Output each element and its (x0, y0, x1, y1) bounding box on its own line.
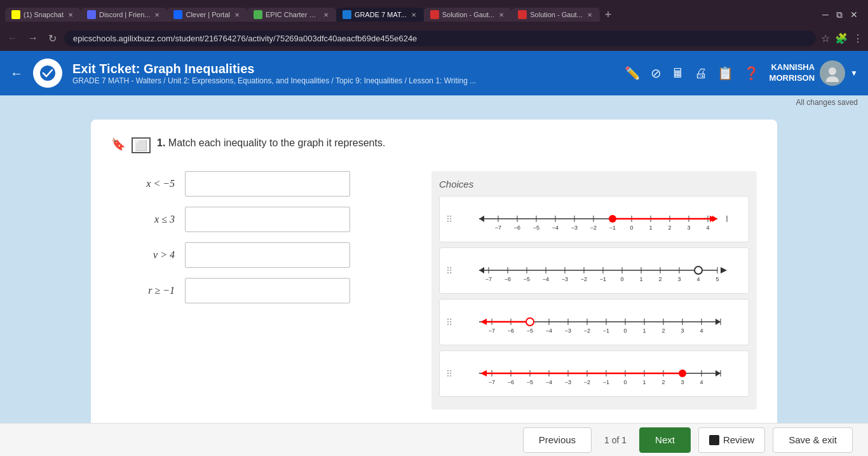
inequality-label-1: x < −5 (111, 178, 175, 190)
app-logo (33, 59, 62, 88)
svg-text:4: 4 (706, 225, 709, 231)
window-controls: ─ ⧉ ✕ (822, 10, 863, 20)
save-exit-button[interactable]: Save & exit (773, 427, 853, 453)
tab-close-clever[interactable]: ✕ (233, 11, 241, 19)
svg-marker-35 (479, 267, 484, 273)
previous-button[interactable]: Previous (523, 427, 592, 453)
svg-point-1 (829, 67, 836, 75)
svg-text:3: 3 (677, 276, 681, 282)
svg-point-32 (609, 215, 616, 223)
svg-text:−4: −4 (552, 225, 559, 231)
svg-point-93 (526, 318, 534, 326)
drag-handle-4[interactable]: ⠿ (446, 369, 452, 379)
close-window-button[interactable]: ✕ (850, 10, 858, 20)
svg-text:0: 0 (623, 379, 627, 385)
tab-grade7[interactable]: GRADE 7 MAT... ✕ (336, 8, 424, 22)
drag-handle-2[interactable]: ⠿ (446, 266, 452, 276)
tab-solution1[interactable]: Solution - Gaut... ✕ (424, 8, 512, 22)
svg-text:−2: −2 (590, 225, 597, 231)
bookmark-star-icon[interactable]: ☆ (821, 32, 830, 45)
pencil-icon[interactable]: ✏️ (625, 66, 641, 81)
tab-title-snapchat: (1) Snapchat (24, 11, 64, 18)
review-icon (709, 435, 719, 445)
choices-label: Choices (439, 179, 749, 190)
inequality-input-4[interactable] (185, 278, 350, 303)
choice-item-3[interactable]: ⠿ −7 −6 −5 (439, 299, 749, 345)
choice-item-1[interactable]: ⠿ −7 −6 (439, 196, 749, 242)
back-nav-button[interactable]: ← (5, 30, 20, 46)
no-symbol-icon[interactable]: ⊘ (651, 66, 661, 81)
help-icon[interactable]: ❓ (743, 66, 759, 81)
tab-solution2[interactable]: Solution - Gaut... ✕ (512, 8, 600, 22)
inequality-input-1[interactable] (185, 171, 350, 197)
snapchat-favicon (11, 10, 20, 19)
svg-text:1: 1 (639, 276, 642, 282)
address-bar: ← → ↻ ☆ 🧩 ⋮ (0, 25, 868, 51)
maximize-button[interactable]: ⧉ (836, 10, 843, 20)
forward-nav-button[interactable]: → (25, 30, 41, 46)
extension-icon[interactable]: 🧩 (835, 32, 848, 45)
bookmark-icon[interactable]: 🔖 (111, 137, 125, 151)
inequality-input-3[interactable] (185, 242, 350, 268)
drag-handle-1[interactable]: ⠿ (446, 214, 452, 225)
svg-text:−5: −5 (524, 276, 530, 282)
svg-marker-62 (721, 267, 727, 273)
svg-text:−6: −6 (508, 379, 514, 385)
choice-item-4[interactable]: ⠿ −7 −6 −5 (439, 350, 749, 397)
number-line-2: −7 −6 −5 −4 −3 −2 −1 (458, 253, 742, 288)
url-input[interactable] (64, 31, 816, 46)
activity-title: Exit Ticket: Graph Inequalities (72, 62, 614, 76)
svg-text:−1: −1 (603, 379, 609, 385)
question-body: x < −5 x ≤ 3 v > 4 r ≥ −1 Choices (111, 171, 757, 410)
minimize-button[interactable]: ─ (822, 10, 829, 20)
tab-close-snapchat[interactable]: ✕ (67, 11, 74, 19)
solution1-favicon (430, 10, 439, 19)
user-dropdown-arrow[interactable]: ▼ (850, 69, 858, 78)
tab-snapchat[interactable]: (1) Snapchat ✕ (5, 8, 81, 22)
review-button[interactable]: Review (698, 427, 765, 453)
next-button[interactable]: Next (639, 427, 691, 453)
svg-point-2 (826, 76, 839, 82)
inequality-label-2: x ≤ 3 (111, 214, 175, 225)
tab-close-epic[interactable]: ✕ (322, 11, 330, 19)
activity-subtitle: GRADE 7 MATH - Walters / Unit 2: Express… (72, 76, 614, 85)
tab-title-solution1: Solution - Gaut... (442, 11, 495, 18)
svg-text:−6: −6 (508, 328, 514, 334)
menu-icon[interactable]: ⋮ (853, 32, 863, 45)
question-card: 🔖 ⬜ 1. Match each inequality to the grap… (91, 120, 777, 427)
svg-text:2: 2 (658, 276, 661, 282)
svg-marker-95 (715, 370, 721, 377)
tab-close-solution1[interactable]: ✕ (498, 11, 505, 19)
new-tab-button[interactable]: + (600, 8, 617, 22)
inequality-input-2[interactable] (185, 207, 350, 232)
choice-item-2[interactable]: ⠿ −7 −6 −5 −4 (439, 247, 749, 294)
svg-point-63 (695, 266, 702, 274)
svg-text:−2: −2 (584, 328, 590, 334)
tab-clever[interactable]: Clever | Portal ✕ (167, 8, 247, 22)
svg-point-0 (40, 66, 55, 81)
inequality-row-3: v > 4 (111, 242, 416, 268)
tab-close-solution2[interactable]: ✕ (586, 11, 593, 19)
footer: Previous 1 of 1 Next Review Save & exit (0, 423, 868, 456)
question-number: 1. (157, 137, 165, 148)
drag-handle-3[interactable]: ⠿ (446, 317, 452, 328)
svg-text:0: 0 (630, 225, 633, 231)
svg-text:0: 0 (623, 328, 627, 334)
tab-discord[interactable]: Discord | Frien... ✕ (81, 8, 168, 22)
user-section: KANNISHAMORRISON ▼ (770, 60, 858, 86)
back-button[interactable]: ← (10, 66, 23, 81)
tab-title-epic: EPIC Charter S... (266, 11, 319, 18)
tab-close-discord[interactable]: ✕ (153, 11, 161, 19)
svg-text:−7: −7 (489, 379, 495, 385)
svg-text:3: 3 (681, 328, 684, 334)
main-content: 🔖 ⬜ 1. Match each inequality to the grap… (0, 107, 868, 440)
svg-text:−1: −1 (609, 225, 616, 231)
calculator-icon[interactable]: 🖩 (672, 66, 684, 81)
flag-icon[interactable]: ⬜ (132, 137, 151, 153)
tab-close-grade7[interactable]: ✕ (410, 11, 417, 19)
question-text: 1. Match each inequality to the graph it… (157, 137, 385, 149)
print-icon[interactable]: 🖨 (695, 66, 707, 81)
reload-button[interactable]: ↻ (46, 30, 59, 47)
notepad-icon[interactable]: 📋 (717, 66, 733, 81)
tab-epic[interactable]: EPIC Charter S... ✕ (247, 8, 336, 22)
